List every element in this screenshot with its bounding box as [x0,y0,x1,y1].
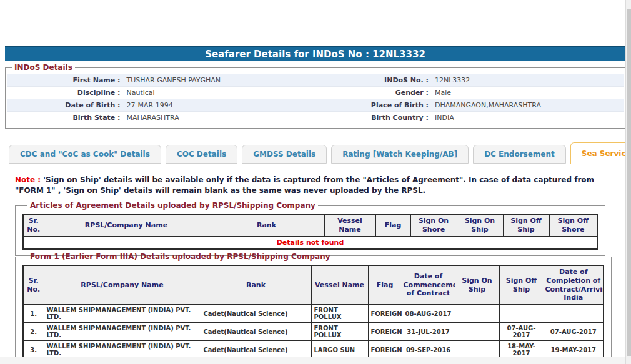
field-row: Date of Birth : 27-MAR-1994 Place of Bir… [7,99,624,112]
cell-vessel: FRONT POLLUX [311,305,368,323]
col-date-of-completion: Date of Completion of Contract/Arriving … [544,265,604,305]
birth-state-label: Birth State : [7,114,124,122]
cell-sign-on-ship [455,323,499,341]
tab-bar: CDC and "CoC as Cook" Details COC Detail… [9,142,631,164]
discipline-label: Discipline : [7,89,124,97]
details-not-found-message: Details not found [23,236,597,249]
col-sr-no: Sr. No. [23,214,44,236]
form1-legend: Form 1 (Earlier Form IIIA) Details uploa… [27,252,333,261]
note-prefix: Note : [15,175,41,184]
tab-sea-service-details[interactable]: Sea Service Details [570,142,631,164]
col-date-of-commencement: Date of Commencement of Contract [402,265,455,305]
cell-company: WALLEM SHIPMANAGEMENT (INDIA) PVT. LTD. [44,305,201,323]
tab-rating-watch-keeping-ab[interactable]: Rating [Watch Keeping/AB] [331,145,469,164]
col-vessel-name: Vessel Name [324,214,375,236]
col-sign-on-ship: Sign On Ship [457,214,503,236]
table-row: 2. WALLEM SHIPMANAGEMENT (INDIA) PVT. LT… [23,323,604,341]
first-name-value: TUSHAR GANESH PAYGHAN [124,76,316,84]
page-title-bar: Seafarer Details for INDoS No : 12NL3332 [5,46,625,61]
col-flag: Flag [368,265,402,305]
indos-details-fieldset: INDoS Details First Name : TUSHAR GANESH… [5,63,625,129]
cell-flag: FOREIGN [368,305,402,323]
seafarer-details-page: Seafarer Details for INDoS No : 12NL3332… [0,0,631,364]
indos-details-legend: INDoS Details [12,63,75,72]
cell-rank: Cadet(Nautical Science) [201,305,311,323]
indos-no-label: INDoS No. : [315,76,432,84]
col-rpsl-company-name: RPSL/Company Name [44,265,201,305]
table-row-empty: Details not found [23,236,597,249]
col-sign-off-ship: Sign Off Ship [499,265,544,305]
articles-table: Sr. No. RPSL/Company Name Rank Vessel Na… [22,214,598,250]
gender-value: Male [432,89,624,97]
date-of-birth-label: Date of Birth : [7,101,124,109]
gender-label: Gender : [315,89,432,97]
birth-country-label: Birth Country : [315,114,432,122]
place-of-birth-label: Place of Birth : [315,101,432,109]
form1-fieldset: Form 1 (Earlier Form IIIA) Details uploa… [15,252,612,364]
col-rank: Rank [201,265,311,305]
cell-company: WALLEM SHIPMANAGEMENT (INDIA) PVT. LTD. [44,323,201,341]
cell-commencement: 31-JUL-2017 [402,323,455,341]
page-title: Seafarer Details for INDoS No : 12NL3332 [205,49,425,60]
articles-legend: Articles of Agreement Details uploaded b… [27,201,318,210]
articles-header-row: Sr. No. RPSL/Company Name Rank Vessel Na… [23,214,597,236]
note-text: Note : 'Sign on Ship' details will be av… [15,175,604,197]
col-flag: Flag [375,214,410,236]
cell-vessel: FRONT POLLUX [311,323,368,341]
col-vessel-name: Vessel Name [311,265,368,305]
col-sign-on-ship: Sign On Ship [455,265,499,305]
field-row: First Name : TUSHAR GANESH PAYGHAN INDoS… [7,74,624,87]
discipline-value: Nautical [124,89,316,97]
table-row: 1. WALLEM SHIPMANAGEMENT (INDIA) PVT. LT… [23,305,604,323]
cell-completion: 07-AUG-2017 [544,323,604,341]
birth-state-value: MAHARASHTRA [124,114,316,122]
cell-sign-off-ship: 07-AUG-2017 [499,323,544,341]
cell-sr-no: 2. [23,323,44,341]
cell-completion [544,305,604,323]
col-sign-off-ship: Sign Off Ship [503,214,549,236]
tab-cdc-coc-as-cook-details[interactable]: CDC and "CoC as Cook" Details [9,145,161,164]
col-rank: Rank [209,214,324,236]
note-body: 'Sign on Ship' details will be available… [15,175,594,195]
cell-sign-off-ship [499,305,544,323]
cell-rank: Cadet(Nautical Science) [201,323,311,341]
vertical-scrollbar[interactable] [625,0,631,364]
tab-gmdss-details[interactable]: GMDSS Details [242,145,327,164]
col-sign-off-shore: Sign Off Shore [549,214,597,236]
col-sr-no: Sr. No. [23,265,44,305]
form1-header-row: Sr. No. RPSL/Company Name Rank Vessel Na… [23,265,604,305]
col-sign-on-shore: Sign On Shore [410,214,457,236]
date-of-birth-value: 27-MAR-1994 [124,101,316,109]
tab-coc-details[interactable]: COC Details [166,145,237,164]
field-row: Discipline : Nautical Gender : Male [7,87,624,99]
articles-of-agreement-fieldset: Articles of Agreement Details uploaded b… [15,201,605,256]
cell-commencement: 08-AUG-2017 [402,305,455,323]
indos-no-value: 12NL3332 [432,76,624,84]
first-name-label: First Name : [7,76,124,84]
tab-dc-endorsement[interactable]: DC Endorsement [473,145,566,164]
form1-table: Sr. No. RPSL/Company Name Rank Vessel Na… [22,265,604,360]
col-rpsl-company-name: RPSL/Company Name [44,214,209,236]
cell-flag: FOREIGN [368,323,402,341]
vertical-scrollbar-thumb[interactable] [627,9,631,356]
birth-country-value: INDIA [432,114,624,122]
cell-sign-on-ship [455,305,499,323]
horizontal-scrollbar[interactable] [0,357,625,364]
cell-sr-no: 1. [23,305,44,323]
field-row: Birth State : MAHARASHTRA Birth Country … [7,112,624,124]
place-of-birth-value: DHAMANGAON,MAHARASHTRA [432,101,624,109]
